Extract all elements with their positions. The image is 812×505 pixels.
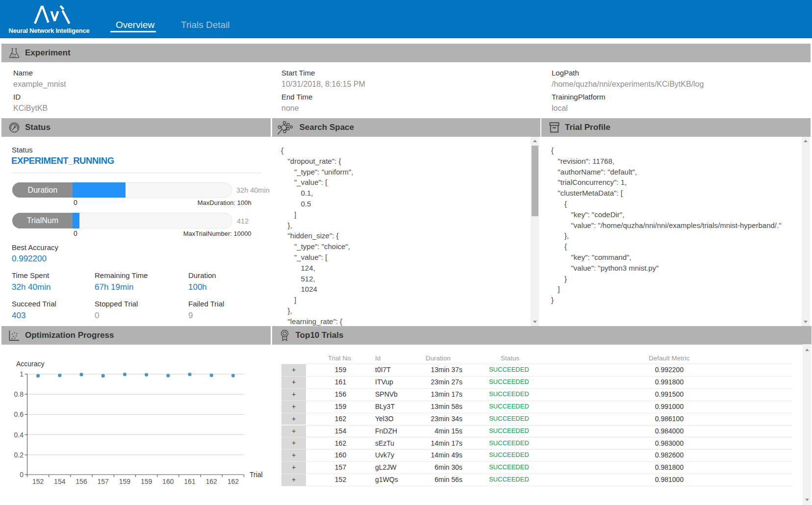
svg-text:162: 162 bbox=[206, 478, 218, 485]
svg-text:Accuracy: Accuracy bbox=[16, 360, 45, 368]
svg-text:162: 162 bbox=[228, 478, 239, 485]
svg-text:154: 154 bbox=[54, 478, 66, 485]
svg-text:0.2: 0.2 bbox=[14, 451, 24, 459]
svg-text:159: 159 bbox=[119, 478, 131, 485]
svg-text:161: 161 bbox=[184, 478, 196, 485]
svg-text:157: 157 bbox=[98, 478, 109, 485]
svg-text:160: 160 bbox=[162, 478, 174, 485]
svg-text:0: 0 bbox=[20, 471, 24, 479]
svg-text:0.6: 0.6 bbox=[14, 410, 24, 418]
svg-text:Trial: Trial bbox=[250, 471, 263, 479]
svg-text:0.4: 0.4 bbox=[14, 431, 24, 439]
svg-text:152: 152 bbox=[32, 478, 44, 485]
svg-text:156: 156 bbox=[76, 478, 87, 485]
svg-text:1: 1 bbox=[20, 370, 24, 378]
svg-text:0.8: 0.8 bbox=[14, 390, 24, 398]
svg-text:159: 159 bbox=[141, 478, 152, 485]
